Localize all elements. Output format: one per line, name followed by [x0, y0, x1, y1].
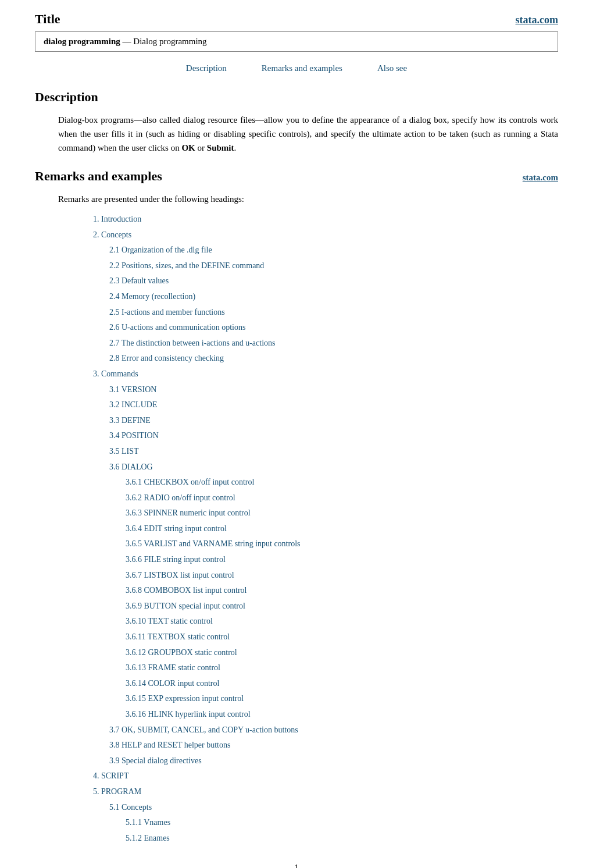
- header-row: Title stata.com: [35, 12, 558, 27]
- nav-also-see[interactable]: Also see: [377, 63, 407, 73]
- toc-item: 3.6.13 FRAME static control: [126, 660, 558, 676]
- toc-item: 3.2 INCLUDE: [109, 397, 558, 413]
- toc-item: 3.6.5 VARLIST and VARNAME string input c…: [126, 536, 558, 552]
- toc-link[interactable]: 3.6.2 RADIO on/off input control: [126, 493, 235, 502]
- toc-item: 2. Concepts: [93, 227, 558, 243]
- toc-link[interactable]: 3.6.13 FRAME static control: [126, 663, 220, 672]
- toc-item: 3.7 OK, SUBMIT, CANCEL, and COPY u-actio…: [109, 723, 558, 738]
- toc-item: 5.1.2 Enames: [126, 831, 558, 846]
- toc-item: 3.6.1 CHECKBOX on/off input control: [126, 475, 558, 490]
- toc-link[interactable]: 3.6.3 SPINNER numeric input control: [126, 508, 251, 517]
- toc-item: 2.4 Memory (recollection): [109, 289, 558, 305]
- toc-link[interactable]: 5.1.1 Vnames: [126, 818, 170, 827]
- toc-link[interactable]: 2.7 The distinction between i-actions an…: [109, 339, 276, 347]
- toc-link[interactable]: 3.6.8 COMBOBOX list input control: [126, 586, 247, 595]
- toc-link[interactable]: 3.6.11 TEXTBOX static control: [126, 632, 230, 641]
- nav-links: Description Remarks and examples Also se…: [35, 63, 558, 73]
- toc-link[interactable]: 2.1 Organization of the .dlg file: [109, 246, 212, 254]
- toc-item: 3.6.16 HLINK hyperlink input control: [126, 707, 558, 723]
- toc-link[interactable]: 2.3 Default values: [109, 276, 169, 285]
- toc-item: 3.6.12 GROUPBOX static control: [126, 645, 558, 661]
- toc-item: 3.6.14 COLOR input control: [126, 676, 558, 692]
- toc-link[interactable]: 3.2 INCLUDE: [109, 400, 157, 409]
- page-number: 1: [35, 863, 558, 868]
- toc-link[interactable]: 3.6.10 TEXT static control: [126, 617, 213, 625]
- toc-link[interactable]: 3.6.5 VARLIST and VARNAME string input c…: [126, 539, 301, 548]
- toc-link[interactable]: 2. Concepts: [93, 230, 131, 239]
- toc-item: 3.9 Special dialog directives: [109, 753, 558, 769]
- nav-description[interactable]: Description: [186, 63, 227, 73]
- toc-item: 3.1 VERSION: [109, 382, 558, 398]
- toc-item: 2.6 U-actions and communication options: [109, 320, 558, 336]
- toc-link[interactable]: 3.6.9 BUTTON special input control: [126, 602, 245, 610]
- title-separator: —: [123, 37, 131, 46]
- toc-item: 3.6.11 TEXTBOX static control: [126, 629, 558, 645]
- toc-item: 3.8 HELP and RESET helper buttons: [109, 738, 558, 753]
- remarks-heading: Remarks and examples: [35, 169, 162, 184]
- toc-link[interactable]: 3.6.1 CHECKBOX on/off input control: [126, 478, 254, 486]
- toc-link[interactable]: 5.1.2 Enames: [126, 834, 170, 842]
- bold-submit: Submit: [207, 143, 234, 152]
- toc-link[interactable]: 3.6 DIALOG: [109, 463, 153, 471]
- toc-item: 3.6.2 RADIO on/off input control: [126, 490, 558, 506]
- nav-remarks[interactable]: Remarks and examples: [262, 63, 342, 73]
- toc-link[interactable]: 3.6.12 GROUPBOX static control: [126, 648, 237, 657]
- toc-item: 2.3 Default values: [109, 273, 558, 289]
- toc-link[interactable]: 2.8 Error and consistency checking: [109, 354, 224, 362]
- bold-ok: OK: [181, 143, 195, 152]
- toc-link[interactable]: 3.6.15 EXP expression input control: [126, 694, 244, 703]
- toc-link[interactable]: 3.7 OK, SUBMIT, CANCEL, and COPY u-actio…: [109, 725, 298, 734]
- toc-item: 3.3 DEFINE: [109, 413, 558, 429]
- toc-item: 3.6.6 FILE string input control: [126, 552, 558, 568]
- toc-link[interactable]: 3.6.14 COLOR input control: [126, 679, 219, 688]
- toc-item: 3.6 DIALOG: [109, 460, 558, 475]
- toc-item: 3.6.3 SPINNER numeric input control: [126, 506, 558, 521]
- toc-link[interactable]: 1. Introduction: [93, 215, 141, 223]
- title-box: dialog programming — Dialog programming: [35, 31, 558, 52]
- description-text: Dialog-box programs—also called dialog r…: [58, 113, 558, 155]
- toc-link[interactable]: 2.6 U-actions and communication options: [109, 323, 245, 332]
- remarks-intro: Remarks are presented under the followin…: [58, 192, 558, 206]
- toc-link[interactable]: 4. SCRIPT: [93, 771, 128, 780]
- remarks-heading-row: Remarks and examples stata.com: [35, 169, 558, 184]
- toc-link[interactable]: 3.6.4 EDIT string input control: [126, 524, 227, 533]
- toc-item: 3.4 POSITION: [109, 428, 558, 444]
- toc-item: 4. SCRIPT: [93, 769, 558, 784]
- toc-link[interactable]: 3.9 Special dialog directives: [109, 756, 202, 765]
- page-title: Title: [35, 12, 60, 27]
- toc-item: 1. Introduction: [93, 212, 558, 227]
- toc-item: 3.6.15 EXP expression input control: [126, 691, 558, 707]
- remarks-stata-link[interactable]: stata.com: [523, 173, 558, 183]
- toc-link[interactable]: 2.4 Memory (recollection): [109, 292, 195, 301]
- remarks-section: Remarks and examples stata.com Remarks a…: [35, 169, 558, 846]
- description-section: Description Dialog-box programs—also cal…: [35, 90, 558, 155]
- toc-item: 2.8 Error and consistency checking: [109, 351, 558, 367]
- toc-link[interactable]: 5.1 Concepts: [109, 803, 152, 812]
- toc-item: 5.1 Concepts: [109, 800, 558, 816]
- toc-item: 5. PROGRAM: [93, 784, 558, 800]
- toc-item: 2.7 The distinction between i-actions an…: [109, 336, 558, 351]
- toc-link[interactable]: 2.2 Positions, sizes, and the DEFINE com…: [109, 261, 264, 270]
- title-command: dialog programming: [44, 37, 120, 46]
- toc-item: 3.6.10 TEXT static control: [126, 614, 558, 629]
- toc-item: 3.6.4 EDIT string input control: [126, 521, 558, 537]
- toc-link[interactable]: 5. PROGRAM: [93, 787, 141, 796]
- toc-item: 5.1.1 Vnames: [126, 815, 558, 831]
- toc-link[interactable]: 3.6.7 LISTBOX list input control: [126, 571, 234, 579]
- toc-link[interactable]: 3.1 VERSION: [109, 385, 156, 394]
- toc-link[interactable]: 3.5 LIST: [109, 447, 139, 456]
- toc-link[interactable]: 3.3 DEFINE: [109, 416, 151, 425]
- toc-link[interactable]: 3.8 HELP and RESET helper buttons: [109, 741, 230, 749]
- header-stata-link[interactable]: stata.com: [516, 14, 558, 26]
- toc-link[interactable]: 2.5 I-actions and member functions: [109, 308, 225, 316]
- toc-item: 2.1 Organization of the .dlg file: [109, 243, 558, 258]
- toc-link[interactable]: 3.6.6 FILE string input control: [126, 555, 226, 564]
- toc-item: 3.6.7 LISTBOX list input control: [126, 568, 558, 584]
- toc-list: 1. Introduction2. Concepts2.1 Organizati…: [93, 212, 558, 846]
- toc-link[interactable]: 3.4 POSITION: [109, 431, 159, 440]
- toc-item: 2.5 I-actions and member functions: [109, 305, 558, 321]
- toc-item: 3.6.8 COMBOBOX list input control: [126, 583, 558, 599]
- toc-item: 3.5 LIST: [109, 444, 558, 460]
- toc-link[interactable]: 3.6.16 HLINK hyperlink input control: [126, 710, 251, 718]
- toc-link[interactable]: 3. Commands: [93, 369, 138, 378]
